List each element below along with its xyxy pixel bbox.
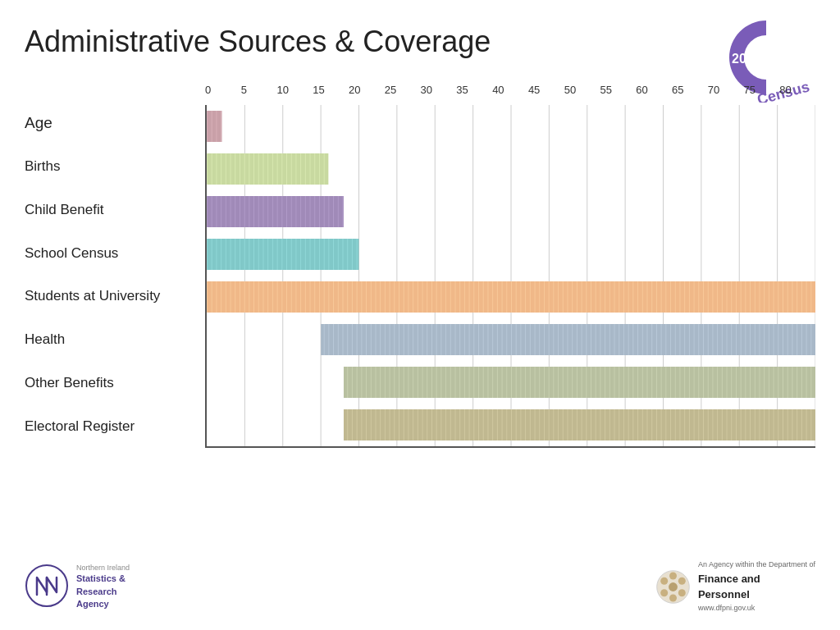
bars-svg <box>207 105 815 446</box>
x-tick-25: 25 <box>385 84 421 102</box>
svg-point-41 <box>669 594 677 601</box>
y-label-age: Age <box>25 102 205 145</box>
y-axis-labels: Age Births Child Benefit School Census S… <box>25 84 205 448</box>
bar-students <box>207 281 815 313</box>
bar-child-benefit <box>207 196 344 227</box>
x-tick-60: 60 <box>636 84 672 102</box>
finance-line1: An Agency within the Department of <box>698 559 815 571</box>
finance-line3: Personnel <box>698 587 815 603</box>
page: Administrative Sources & Coverage 2021 C… <box>0 0 840 630</box>
finance-line4: www.dfpni.gov.uk <box>698 603 815 614</box>
bars-wrapper <box>205 105 815 448</box>
svg-point-38 <box>669 572 677 579</box>
nisra-line1: Northern Ireland <box>76 563 130 573</box>
nisra-icon <box>25 564 70 609</box>
x-tick-75: 75 <box>743 84 779 102</box>
y-label-child-benefit: Child Benefit <box>25 189 205 232</box>
svg-point-39 <box>678 577 686 584</box>
bar-births <box>207 153 328 185</box>
x-tick-45: 45 <box>528 84 564 102</box>
footer: Northern Ireland Statistics & Research A… <box>25 559 815 614</box>
bar-age <box>207 111 222 142</box>
x-tick-65: 65 <box>672 84 708 102</box>
nisra-text: Northern Ireland Statistics & Research A… <box>76 563 130 611</box>
nisra-line4: Agency <box>76 598 130 610</box>
x-tick-35: 35 <box>456 84 492 102</box>
x-tick-30: 30 <box>421 84 457 102</box>
y-label-students: Students at University <box>25 275 205 318</box>
x-tick-40: 40 <box>492 84 528 102</box>
chart-container: Age Births Child Benefit School Census S… <box>25 84 815 448</box>
y-label-health: Health <box>25 318 205 362</box>
svg-point-40 <box>678 589 686 596</box>
svg-point-42 <box>660 589 668 596</box>
page-title: Administrative Sources & Coverage <box>25 25 815 59</box>
x-tick-70: 70 <box>708 84 744 102</box>
x-tick-0: 0 <box>205 84 241 102</box>
chart-area: 0 5 10 15 20 25 30 35 40 45 50 55 60 65 … <box>205 84 815 448</box>
nisra-line2: Statistics & <box>76 573 130 585</box>
x-tick-20: 20 <box>349 84 385 102</box>
y-label-electoral: Electoral Register <box>25 404 205 448</box>
finance-text: An Agency within the Department of Finan… <box>698 559 815 614</box>
x-tick-80: 80 <box>779 84 815 102</box>
y-label-school-census: School Census <box>25 231 205 275</box>
finance-line2: Finance and <box>698 571 815 587</box>
bar-school-census <box>207 239 359 270</box>
bar-health <box>321 324 815 355</box>
x-tick-5: 5 <box>241 84 277 102</box>
nisra-logo: Northern Ireland Statistics & Research A… <box>25 563 130 611</box>
nisra-line3: Research <box>76 586 130 598</box>
svg-text:2021: 2021 <box>732 52 761 66</box>
x-axis: 0 5 10 15 20 25 30 35 40 45 50 55 60 65 … <box>205 84 815 102</box>
finance-logo: An Agency within the Department of Finan… <box>655 559 815 614</box>
x-tick-50: 50 <box>564 84 600 102</box>
y-label-other-benefits: Other Benefits <box>25 362 205 405</box>
bar-electoral <box>344 409 815 441</box>
y-label-births: Births <box>25 145 205 189</box>
svg-point-37 <box>669 582 678 591</box>
svg-point-43 <box>660 577 668 584</box>
finance-icon <box>655 568 692 605</box>
x-tick-15: 15 <box>313 84 349 102</box>
x-tick-55: 55 <box>600 84 636 102</box>
svg-marker-0 <box>766 21 787 71</box>
bar-other-benefits <box>344 367 815 398</box>
x-tick-10: 10 <box>277 84 313 102</box>
